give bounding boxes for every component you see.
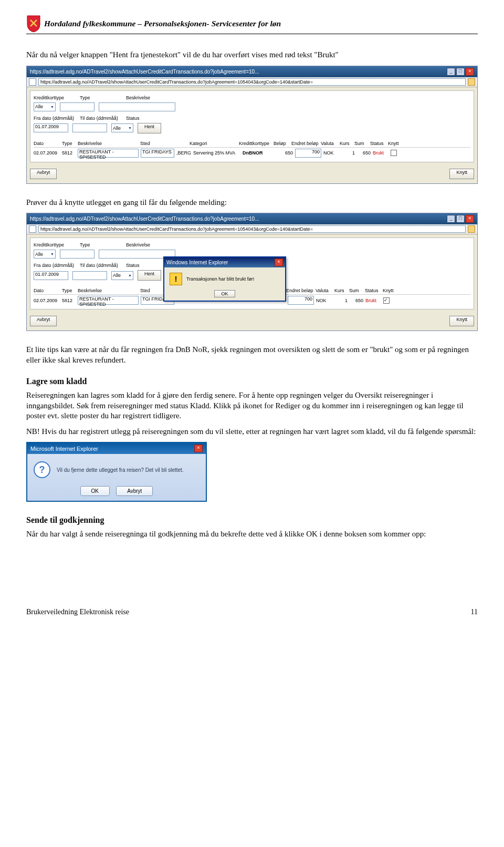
hent-button: Hent bbox=[138, 123, 161, 133]
para-3: Et lite tips kan være at når du får regn… bbox=[26, 345, 478, 365]
input-type bbox=[60, 102, 94, 111]
address-bar: https://adtravel.adg.no/ADTravel2/showAt… bbox=[27, 77, 477, 87]
avbryt-button: Avbryt bbox=[116, 486, 153, 496]
screenshot-2: https://adtravel.adg.no/ADTravel2/showAt… bbox=[26, 213, 478, 331]
input-fra: 01.07.2009 bbox=[34, 123, 68, 132]
select-status: Alle▼ bbox=[111, 123, 133, 132]
maximize-icon: □ bbox=[456, 68, 465, 76]
window-titlebar: https://adtravel.adg.no/ADTravel2/showAt… bbox=[27, 66, 477, 77]
close-icon: × bbox=[466, 215, 474, 223]
para-2: Prøver du å knytte utlegget en gang til … bbox=[26, 198, 478, 208]
alert-dialog: Windows Internet Explorer × ! Transaksjo… bbox=[163, 256, 286, 302]
screenshot-1: https://adtravel.adg.no/ADTravel2/showAt… bbox=[26, 66, 478, 184]
shield-icon bbox=[26, 15, 41, 33]
filter-panel: Kredittkorttype Type Beskrivelse Alle▼ F… bbox=[30, 90, 474, 162]
label-type: Type bbox=[80, 95, 122, 100]
para-1: Når du nå velger knappen "Hent fra tjene… bbox=[26, 50, 478, 60]
header-text: Hordaland fylkeskommune – Personalseksjo… bbox=[44, 19, 281, 28]
minimize-icon: _ bbox=[447, 68, 455, 76]
label-beskr: Beskrivelse bbox=[126, 95, 173, 100]
page-number: 11 bbox=[471, 608, 478, 616]
page-icon bbox=[29, 78, 36, 86]
question-icon: ? bbox=[34, 461, 50, 478]
page-footer: Brukerveiledning Elektronisk reise 11 bbox=[26, 608, 478, 616]
warning-icon: ! bbox=[170, 273, 182, 285]
label-status: Status bbox=[126, 116, 168, 121]
close-icon: × bbox=[275, 259, 283, 266]
page-icon bbox=[29, 225, 36, 233]
label-til: Til dato (ddmmåå) bbox=[80, 116, 122, 121]
label-korttype: Kredittkorttype bbox=[34, 95, 76, 100]
select-korttype: Alle▼ bbox=[34, 102, 56, 111]
table-row: 02.07.2009 5812 RESTAURANT - SPISESTED T… bbox=[34, 148, 470, 159]
url-field: https://adtravel.adg.no/ADTravel2/showAt… bbox=[38, 78, 466, 86]
para-6: Når du har valgt å sende reiseregninga t… bbox=[26, 529, 478, 540]
title-url: https://adtravel.adg.no/ADTravel2/showAt… bbox=[30, 69, 259, 75]
close-icon: × bbox=[194, 445, 203, 452]
dialog-title: Windows Internet Explorer bbox=[166, 260, 228, 265]
footer-left: Brukerveiledning Elektronisk reise bbox=[26, 608, 129, 616]
para-5: NB! Hvis du har registrert utlegg på rei… bbox=[26, 427, 478, 437]
close-icon: × bbox=[466, 68, 474, 76]
maximize-icon: □ bbox=[456, 215, 465, 223]
knytt-button: Knytt bbox=[449, 169, 474, 179]
lock-icon bbox=[468, 225, 475, 233]
confirm-title: Microsoft Internet Explorer bbox=[30, 446, 98, 452]
section-sende-godkjenning: Sende til godkjenning bbox=[26, 515, 478, 525]
label-fra: Fra dato (ddmmåå) bbox=[34, 116, 76, 121]
dialog-message: Transaksjonen har blitt brukt før! bbox=[186, 276, 254, 282]
knytt-checkbox-checked bbox=[383, 297, 390, 304]
doc-header: Hordaland fylkeskommune – Personalseksjo… bbox=[26, 15, 478, 34]
minimize-icon: _ bbox=[447, 215, 455, 223]
lock-icon bbox=[468, 78, 475, 86]
input-beskr bbox=[99, 102, 175, 111]
table-header: Dato Type Beskrivelse Sted Kategori Kred… bbox=[34, 140, 470, 148]
knytt-checkbox bbox=[391, 150, 397, 156]
ok-button: OK bbox=[214, 290, 235, 297]
input-til bbox=[72, 123, 107, 132]
button-row: Avbryt Knytt bbox=[27, 166, 477, 183]
confirm-dialog: Microsoft Internet Explorer × ? Vil du f… bbox=[26, 442, 207, 502]
ok-button: OK bbox=[80, 486, 110, 496]
section-lagre-kladd: Lagre som kladd bbox=[26, 377, 478, 386]
confirm-message: Vil du fjerne dette utlegget fra reisen?… bbox=[57, 467, 184, 473]
avbryt-button: Avbryt bbox=[30, 169, 57, 179]
status-brukt: Brukt bbox=[373, 150, 388, 156]
para-4: Reiseregningen kan lagres som kladd for … bbox=[26, 390, 478, 421]
